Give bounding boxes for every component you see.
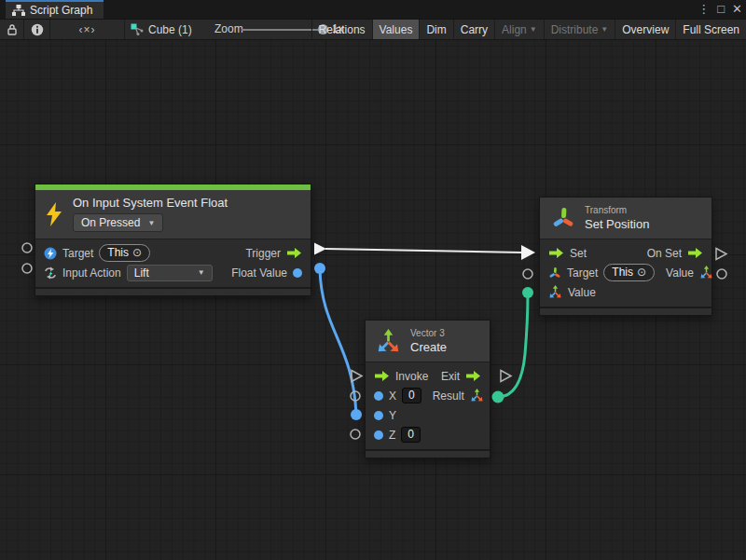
info-icon — [31, 23, 44, 36]
graph-target-breadcrumb[interactable]: Cube (1) — [131, 20, 192, 39]
chevron-down-icon: ▼ — [530, 25, 537, 34]
x-port-dot — [374, 391, 383, 401]
graph-toolbar: ‹×› Cube (1) Zoom 1x Relations Values Di… — [0, 19, 746, 40]
value-row: Value — [540, 282, 711, 302]
zoom-label: Zoom — [214, 22, 243, 35]
z-value-input[interactable]: 0 — [401, 427, 421, 443]
fullscreen-button[interactable]: Full Screen — [675, 20, 746, 39]
z-port-dot — [374, 430, 383, 440]
y-port-dot — [374, 411, 383, 420]
chevron-down-icon: ▼ — [147, 219, 155, 227]
tab-script-graph[interactable]: Script Graph — [6, 0, 104, 19]
code-preview-button[interactable]: ‹×› — [50, 20, 125, 39]
window-close-icon[interactable]: ✕ — [732, 0, 742, 19]
input-action-row: Input Action Lift ▼ Float Value — [35, 263, 311, 282]
z-row: Z 0 — [366, 425, 490, 444]
graph-target-label: Cube (1) — [148, 23, 192, 36]
node-footer — [540, 307, 711, 315]
align-button[interactable]: Align▼ — [494, 20, 544, 39]
node-title: Create — [410, 340, 447, 354]
node-category: Transform — [585, 205, 649, 215]
vector3-mini-icon — [470, 389, 484, 403]
vector3-mini-icon — [699, 266, 713, 280]
invoke-row: Invoke Exit — [366, 366, 490, 386]
chevron-down-icon: ▼ — [601, 25, 608, 34]
y-row: Y — [366, 405, 490, 425]
float-value-port-dot — [293, 268, 302, 278]
lightning-bolt-icon — [45, 202, 63, 226]
object-picker-icon[interactable]: ⊙ — [637, 266, 646, 279]
set-row: Set On Set — [540, 243, 711, 263]
object-picker-icon[interactable]: ⊙ — [132, 246, 142, 259]
lock-button[interactable] — [0, 20, 24, 39]
vector3-mini-icon — [548, 285, 562, 299]
carry-button[interactable]: Carry — [453, 20, 494, 39]
target-row: Target This ⊙ Trigger — [35, 243, 311, 263]
flow-arrow-icon — [687, 247, 703, 259]
script-graph-window: Script Graph ⋮ □ ✕ — [0, 0, 746, 560]
node-category: Vector 3 — [410, 328, 447, 338]
distribute-button[interactable]: Distribute▼ — [544, 20, 615, 39]
toolbar-buttons: Relations Values Dim Carry Align▼ Distri… — [311, 20, 746, 39]
transform-icon — [551, 206, 575, 230]
window-menu-icon[interactable]: ⋮ — [698, 0, 710, 19]
tab-title: Script Graph — [30, 4, 92, 17]
node-footer — [366, 449, 490, 458]
target-object-field[interactable]: This ⊙ — [99, 244, 150, 262]
node-title: Set Position — [585, 217, 649, 231]
window-maximize-icon[interactable]: □ — [717, 0, 725, 19]
x-value-input[interactable]: 0 — [402, 388, 421, 403]
flow-arrow-icon — [548, 247, 564, 259]
dim-button[interactable]: Dim — [419, 20, 452, 39]
target-object-field[interactable]: This ⊙ — [603, 264, 655, 281]
node-vector3-create[interactable]: Vector 3 Create Invoke Exit — [365, 320, 490, 458]
node-on-input-system-event-float[interactable]: On Input System Event Float On Pressed ▼… — [35, 184, 311, 296]
transform-mini-icon — [548, 266, 561, 280]
values-button[interactable]: Values — [372, 20, 420, 39]
target-row: Target This ⊙ Value — [540, 263, 711, 282]
event-target-icon — [44, 247, 57, 260]
relations-button[interactable]: Relations — [311, 20, 372, 39]
node-title: On Input System Event Float — [73, 196, 228, 210]
flow-arrow-icon — [286, 247, 302, 259]
graph-hierarchy-icon — [12, 5, 25, 16]
input-action-dropdown[interactable]: Lift ▼ — [127, 265, 213, 281]
vector3-icon — [376, 329, 401, 354]
node-transform-set-position[interactable]: Transform Set Position Set On Set — [539, 197, 712, 316]
tab-bar: Script Graph ⋮ □ ✕ — [0, 0, 746, 19]
lock-icon — [7, 23, 18, 35]
graph-node-icon — [131, 23, 144, 35]
flow-arrow-icon — [465, 370, 481, 382]
chevron-down-icon: ▼ — [198, 268, 205, 277]
code-toggle-icon: ‹×› — [79, 23, 96, 36]
flow-arrow-icon — [374, 370, 390, 382]
node-footer — [35, 287, 311, 295]
input-action-icon — [44, 266, 57, 280]
overview-button[interactable]: Overview — [615, 20, 675, 39]
x-row: X 0 Result — [366, 386, 490, 405]
info-button[interactable] — [24, 20, 50, 39]
event-mode-dropdown[interactable]: On Pressed ▼ — [73, 213, 163, 232]
